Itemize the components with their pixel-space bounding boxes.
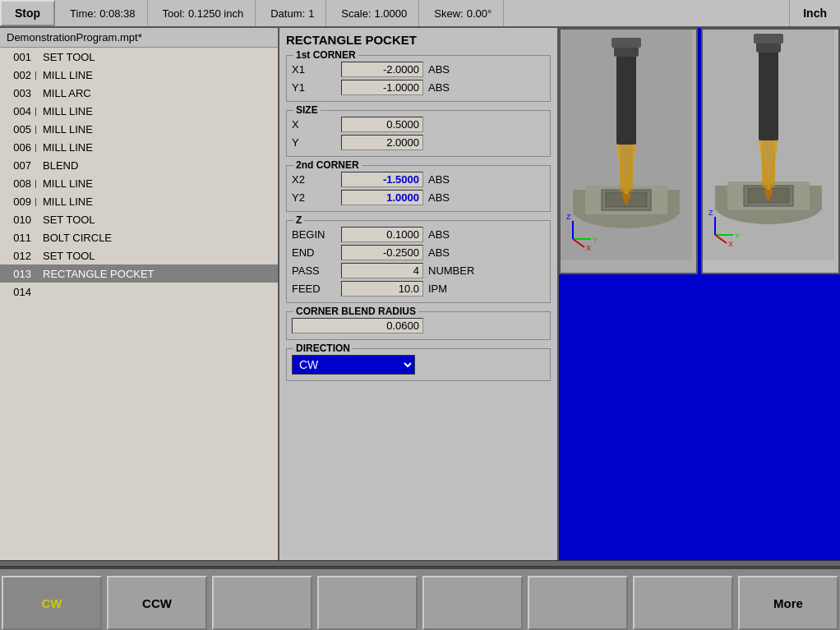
prog-marker: | — [35, 106, 43, 116]
svg-text:Z: Z — [566, 213, 571, 221]
x2-input[interactable] — [341, 172, 423, 187]
unit-segment: Inch — [789, 0, 840, 26]
datum-value: 1 — [308, 7, 314, 20]
pass-label: PASS — [292, 264, 341, 277]
program-list-item[interactable]: 010 SET TOOL — [0, 210, 278, 228]
stop-button[interactable]: Stop — [0, 0, 55, 26]
program-list-item[interactable]: 003 MILL ARC — [0, 84, 278, 102]
svg-rect-8 — [612, 38, 641, 48]
z-section: Z BEGIN ABS END ABS PASS NUMBER FEED IPM — [286, 220, 551, 303]
x1-unit: ABS — [428, 63, 450, 76]
y1-unit: ABS — [428, 81, 450, 94]
feed-row: FEED IPM — [292, 281, 545, 297]
svg-text:Z: Z — [708, 209, 713, 217]
y2-unit: ABS — [428, 191, 450, 204]
view-3d-left: Y Z X — [559, 28, 698, 274]
x2-label: X2 — [292, 173, 341, 186]
blue-area — [559, 274, 840, 560]
size-x-input[interactable] — [341, 117, 423, 132]
toolbar: Stop Time: 0:08:38 Tool: 0.1250 inch Dat… — [0, 0, 840, 28]
program-list-item[interactable]: 014 — [0, 283, 278, 301]
program-list-item[interactable]: 012 SET TOOL — [0, 246, 278, 264]
unit-label: Inch — [803, 7, 827, 20]
program-list-item[interactable]: 002 | MILL LINE — [0, 66, 278, 84]
y2-input[interactable] — [341, 190, 423, 205]
y1-label: Y1 — [292, 81, 341, 94]
x1-label: X1 — [292, 63, 341, 76]
time-segment: Time: 0:08:38 — [55, 0, 147, 26]
corner-blend-input[interactable] — [292, 318, 423, 333]
prog-name: MILL ARC — [43, 87, 91, 99]
program-list-item[interactable]: 008 | MILL LINE — [0, 174, 278, 192]
prog-name: MILL LINE — [43, 195, 93, 208]
prog-num: 013 — [3, 268, 31, 280]
size-y-input[interactable] — [341, 135, 423, 150]
end-input[interactable] — [341, 245, 423, 260]
prog-num: 004 — [3, 105, 31, 117]
prog-name: SET TOOL — [43, 250, 95, 262]
time-value: 0:08:38 — [99, 7, 135, 20]
corner-blend-label: CORNER BLEND RADIUS — [293, 306, 418, 317]
program-list-item[interactable]: 004 | MILL LINE — [0, 102, 278, 120]
prog-marker: | — [35, 196, 43, 206]
prog-num: 011 — [3, 232, 31, 244]
corner2-label: 2nd CORNER — [293, 159, 362, 171]
prog-num: 005 — [3, 123, 31, 136]
prog-marker: | — [35, 70, 43, 80]
program-list-item[interactable]: 007 BLEND — [0, 156, 278, 174]
z-label: Z — [293, 214, 304, 226]
bottom-button[interactable] — [528, 576, 628, 630]
program-list-item[interactable]: 013 RECTANGLE POCKET — [0, 264, 278, 283]
corner-blend-section: CORNER BLEND RADIUS — [286, 311, 551, 340]
prog-name: RECTANGLE POCKET — [43, 268, 155, 280]
begin-input[interactable] — [341, 227, 423, 242]
bottom-button[interactable]: CW — [2, 576, 102, 630]
direction-select[interactable]: CW CCW — [292, 355, 415, 375]
end-label: END — [292, 246, 341, 259]
x2-row: X2 ABS — [292, 172, 545, 187]
bottom-button[interactable]: More — [738, 576, 838, 630]
program-list-item[interactable]: 011 BOLT CIRCLE — [0, 228, 278, 246]
feed-unit: IPM — [428, 283, 447, 295]
pass-input[interactable] — [341, 263, 423, 278]
prog-num: 001 — [3, 51, 31, 63]
corner-blend-row — [292, 318, 545, 333]
program-list-item[interactable]: 005 | MILL LINE — [0, 120, 278, 138]
prog-name: SET TOOL — [43, 51, 95, 63]
bottom-button[interactable]: CCW — [107, 576, 207, 630]
program-panel: DemonstrationProgram.mpt* 001 SET TOOL 0… — [0, 28, 279, 560]
datum-segment: Datum: 1 — [256, 0, 326, 26]
separator — [0, 560, 840, 567]
tool-segment: Tool: 0.1250 inch — [148, 0, 256, 26]
feed-input[interactable] — [341, 281, 423, 297]
bottom-button[interactable] — [317, 576, 418, 630]
bottom-button[interactable] — [212, 576, 312, 630]
time-label: Time: — [70, 7, 96, 20]
prog-num: 014 — [3, 286, 31, 298]
corner2-section: 2nd CORNER X2 ABS Y2 ABS — [286, 165, 551, 212]
tool-label: Tool: — [163, 7, 185, 20]
x1-input[interactable] — [341, 62, 423, 77]
view-3d-right: Y Z X — [701, 28, 840, 274]
bottom-button[interactable] — [422, 576, 523, 630]
begin-unit: ABS — [428, 228, 450, 241]
corner1-label: 1st CORNER — [293, 49, 358, 61]
bottom-button[interactable] — [633, 576, 733, 630]
param-panel: RECTANGLE POCKET 1st CORNER X1 ABS Y1 AB… — [279, 28, 559, 560]
y1-row: Y1 ABS — [292, 80, 545, 95]
prog-name: MILL LINE — [43, 141, 93, 154]
x1-row: X1 ABS — [292, 62, 545, 77]
y1-input[interactable] — [341, 80, 423, 95]
bottom-bar: CWCCWMore — [0, 567, 840, 630]
prog-name: MILL LINE — [43, 105, 93, 117]
prog-name: SET TOOL — [43, 214, 95, 226]
program-list-item[interactable]: 001 SET TOOL — [0, 48, 278, 66]
prog-name: MILL LINE — [43, 123, 93, 136]
direction-section: DIRECTION CW CCW — [286, 348, 551, 381]
direction-label: DIRECTION — [293, 343, 353, 354]
svg-rect-22 — [759, 42, 778, 140]
prog-marker: | — [35, 142, 43, 152]
skew-label: Skew: — [434, 7, 463, 20]
program-list-item[interactable]: 009 | MILL LINE — [0, 192, 278, 210]
program-list-item[interactable]: 006 | MILL LINE — [0, 138, 278, 156]
